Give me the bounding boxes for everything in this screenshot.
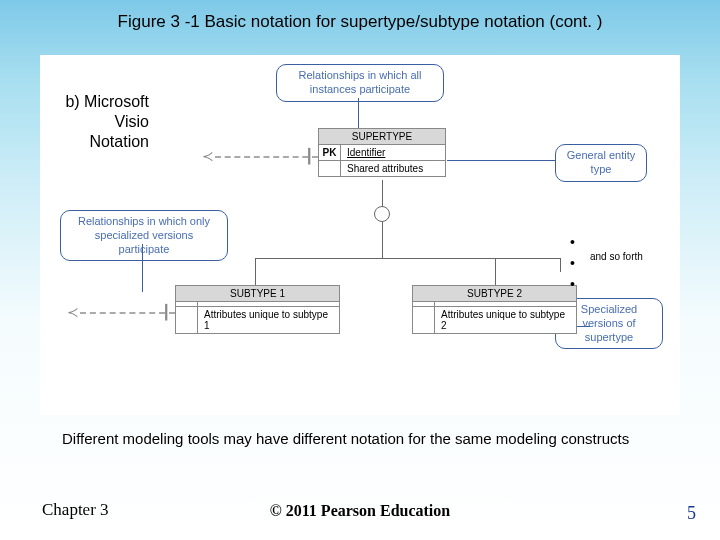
cardinality-icon: ┃ xyxy=(162,304,170,320)
entity-subtype2: SUBTYPE 2 Attributes unique to subtype 2 xyxy=(412,285,577,334)
empty-cell xyxy=(176,302,198,306)
entity-subtype1: SUBTYPE 1 Attributes unique to subtype 1 xyxy=(175,285,340,334)
ellipsis-dots: ••• xyxy=(570,232,575,295)
crowfoot-icon: ≺ xyxy=(67,304,79,320)
connector-line xyxy=(382,180,383,208)
empty-cell xyxy=(413,307,435,333)
connector-line xyxy=(255,258,560,259)
generalization-circle-icon xyxy=(374,206,390,222)
connector-line xyxy=(560,258,561,272)
leader-line xyxy=(142,244,143,292)
callout-specialized-participate: Relationships in which only specialized … xyxy=(60,210,228,261)
empty-cell xyxy=(319,161,341,176)
page-number: 5 xyxy=(687,503,696,524)
entity-header: SUBTYPE 1 xyxy=(176,286,339,302)
leader-line xyxy=(447,160,555,161)
footnote-text: Different modeling tools may have differ… xyxy=(62,430,642,448)
empty-cell xyxy=(413,302,435,306)
shared-attributes-cell: Shared attributes xyxy=(341,161,445,176)
identifier-cell xyxy=(198,302,339,306)
relationship-line xyxy=(215,156,318,158)
identifier-cell: Identifier xyxy=(341,145,445,160)
identifier-cell xyxy=(435,302,576,306)
connector-line xyxy=(382,222,383,258)
leader-line xyxy=(358,98,359,128)
entity-header: SUBTYPE 2 xyxy=(413,286,576,302)
callout-all-participate: Relationships in which all instances par… xyxy=(276,64,444,102)
chapter-label: Chapter 3 xyxy=(42,500,109,520)
cardinality-icon: ┃ xyxy=(305,148,313,164)
copyright-label: © 2011 Pearson Education xyxy=(270,502,450,520)
entity-header: SUPERTYPE xyxy=(319,129,445,145)
crowfoot-icon: ≺ xyxy=(202,148,214,164)
section-label: b) Microsoft Visio Notation xyxy=(54,92,149,152)
connector-line xyxy=(255,258,256,285)
figure-title: Figure 3 -1 Basic notation for supertype… xyxy=(0,0,720,40)
relationship-line xyxy=(80,312,175,314)
unique-attributes-cell: Attributes unique to subtype 2 xyxy=(435,307,576,333)
unique-attributes-cell: Attributes unique to subtype 1 xyxy=(198,307,339,333)
empty-cell xyxy=(176,307,198,333)
and-so-forth-label: and so forth xyxy=(590,251,643,262)
connector-line xyxy=(495,258,496,285)
entity-supertype: SUPERTYPE PK Identifier Shared attribute… xyxy=(318,128,446,177)
callout-general-entity: General entity type xyxy=(555,144,647,182)
pk-label: PK xyxy=(319,145,341,160)
